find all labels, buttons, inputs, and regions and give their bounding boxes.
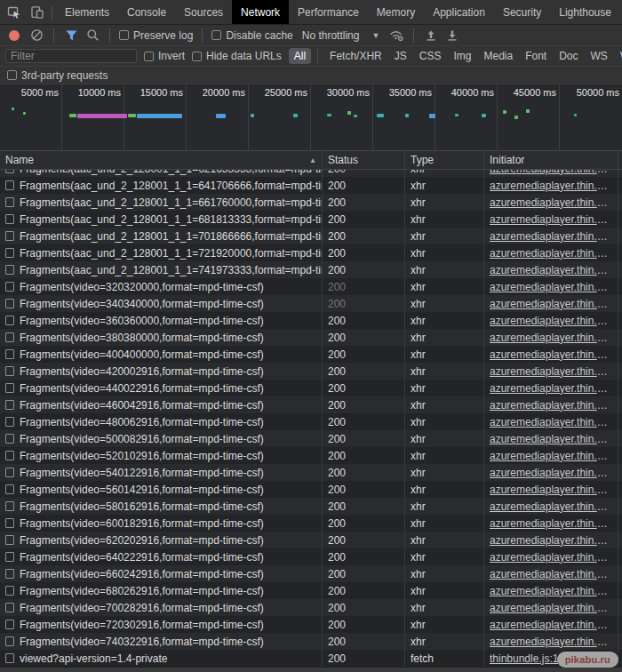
name-cell[interactable]: Fragments(video=420002916,format=mpd-tim… [0,363,323,380]
name-cell[interactable]: Fragments(aac_und_2_128001_1_1=741973333… [0,261,323,278]
search-icon[interactable] [84,28,100,44]
table-row[interactable]: Fragments(video=620202916,format=mpd-tim… [0,532,622,548]
name-cell[interactable]: Fragments(video=660242916,format=mpd-tim… [0,565,323,582]
table-row[interactable]: Fragments(video=720302916,format=mpd-tim… [0,616,622,633]
table-row[interactable]: Fragments(video=480062916,format=mpd-tim… [0,413,622,430]
table-row[interactable]: Fragments(video=320320000,format=mpd-tim… [0,278,622,295]
clear-icon[interactable] [28,28,44,44]
initiator-link[interactable]: azuremediaplayer.thin.min.j… [490,348,612,361]
column-header-initiator[interactable]: Initiator [484,151,618,169]
tab-elements[interactable]: Elements [56,0,118,25]
column-header-name[interactable]: Name ▲ [0,151,323,169]
filter-chip-font[interactable]: Font [520,48,552,64]
initiator-link[interactable]: azuremediaplayer.thin.min.j… [490,230,612,243]
filter-chip-all[interactable]: All [289,48,311,64]
name-cell[interactable]: Fragments(video=340340000,format=mpd-tim… [0,295,323,312]
table-row[interactable]: Fragments(video=600182916,format=mpd-tim… [0,515,622,532]
table-row[interactable]: Fragments(video=660242916,format=mpd-tim… [0,565,622,582]
table-row[interactable]: Fragments(aac_und_2_128001_1_1=741973333… [0,261,622,278]
filter-icon[interactable] [63,28,79,44]
filter-chip-fetch-xhr[interactable]: Fetch/XHR [324,48,387,64]
initiator-link[interactable]: azuremediaplayer.thin.min.j… [490,332,612,344]
name-cell[interactable]: Fragments(video=360360000,format=mpd-tim… [0,312,323,329]
network-overview-timeline[interactable]: 5000 ms10000 ms15000 ms20000 ms25000 ms3… [0,84,622,151]
column-header-status[interactable]: Status [323,151,405,169]
initiator-link[interactable]: azuremediaplayer.thin.min.j… [490,315,612,327]
tab-performance[interactable]: Performance [289,0,368,25]
name-cell[interactable]: Fragments(aac_und_2_128001_1_1=701866666… [0,228,323,244]
name-cell[interactable]: Fragments(aac_und_2_128001_1_1=661760000… [0,194,323,211]
table-row[interactable]: Fragments(video=540122916,format=mpd-tim… [0,464,622,481]
initiator-link[interactable]: azuremediaplayer.thin.min.j… [490,568,612,580]
filter-chip-media[interactable]: Media [478,48,518,64]
name-cell[interactable]: Fragments(video=380380000,format=mpd-tim… [0,329,323,346]
name-cell[interactable]: Fragments(video=740322916,format=mpd-tim… [0,633,323,650]
table-row[interactable]: Fragments(video=500082916,format=mpd-tim… [0,430,622,447]
export-har-icon[interactable] [444,28,460,44]
initiator-link[interactable]: azuremediaplayer.thin.min.j… [490,585,612,597]
table-row[interactable]: Fragments(video=460042916,format=mpd-tim… [0,396,622,413]
initiator-link[interactable]: azuremediaplayer.thin.min.j… [490,517,612,530]
name-cell[interactable]: Fragments(video=680262916,format=mpd-tim… [0,582,323,599]
table-row[interactable]: Fragments(aac_und_2_128001_1_1=621653333… [0,170,622,177]
initiator-link[interactable]: azuremediaplayer.thin.min.j… [490,399,612,412]
hide-data-urls-checkbox[interactable]: Hide data URLs [192,50,282,62]
filter-chip-img[interactable]: Img [448,48,476,64]
table-row[interactable]: Fragments(video=520102916,format=mpd-tim… [0,447,622,464]
filter-chip-ws[interactable]: WS [586,48,613,64]
name-cell[interactable]: Fragments(aac_und_2_128001_1_1=621653333… [0,170,323,177]
initiator-link[interactable]: azuremediaplayer.thin.min.j… [490,247,612,260]
checkbox[interactable] [192,52,202,61]
initiator-link[interactable]: azuremediaplayer.thin.min.j… [490,636,612,648]
record-button[interactable] [9,30,20,41]
checkbox[interactable] [119,30,129,40]
table-row[interactable]: Fragments(aac_und_2_128001_1_1=701866666… [0,228,622,244]
tab-memory[interactable]: Memory [368,0,424,25]
name-cell[interactable]: Fragments(video=620202916,format=mpd-tim… [0,532,323,548]
filter-chip-doc[interactable]: Doc [554,48,583,64]
initiator-link[interactable]: azuremediaplayer.thin.min.j… [490,534,612,547]
table-row[interactable]: Fragments(video=580162916,format=mpd-tim… [0,498,622,515]
name-cell[interactable]: Fragments(video=580162916,format=mpd-tim… [0,498,323,515]
filter-chip-wasm[interactable]: Wasm [615,48,622,64]
initiator-link[interactable]: thinbundle.js:1 [490,652,558,665]
table-row[interactable]: Fragments(video=560142916,format=mpd-tim… [0,481,622,498]
name-cell[interactable]: Fragments(video=480062916,format=mpd-tim… [0,413,323,430]
table-row[interactable]: Fragments(aac_und_2_128001_1_1=641706666… [0,177,622,194]
tab-sources[interactable]: Sources [175,0,232,25]
initiator-link[interactable]: azuremediaplayer.thin.min.j… [490,365,612,378]
initiator-link[interactable]: azuremediaplayer.thin.min.j… [490,551,612,564]
name-cell[interactable]: Fragments(video=460042916,format=mpd-tim… [0,396,323,413]
name-cell[interactable]: Fragments(video=540122916,format=mpd-tim… [0,464,323,481]
name-cell[interactable]: Fragments(video=400400000,format=mpd-tim… [0,346,323,363]
initiator-link[interactable]: azuremediaplayer.thin.min.j… [490,433,612,445]
table-row[interactable]: viewed?api-version=1.4-private200fetchth… [0,650,622,667]
checkbox[interactable] [7,70,17,80]
initiator-link[interactable]: azuremediaplayer.thin.min.j… [490,484,612,496]
device-toolbar-icon[interactable] [30,5,44,20]
checkbox[interactable] [144,52,154,61]
table-row[interactable]: Fragments(video=640222916,format=mpd-tim… [0,548,622,565]
tab-console[interactable]: Console [118,0,175,25]
name-cell[interactable]: Fragments(video=560142916,format=mpd-tim… [0,481,323,498]
table-row[interactable]: Fragments(video=380380000,format=mpd-tim… [0,329,622,346]
name-cell[interactable]: Fragments(video=640222916,format=mpd-tim… [0,548,323,565]
table-row[interactable]: Fragments(video=420002916,format=mpd-tim… [0,363,622,380]
checkbox[interactable] [211,30,221,40]
name-cell[interactable]: Fragments(video=600182916,format=mpd-tim… [0,515,323,532]
import-har-icon[interactable] [423,28,439,44]
initiator-link[interactable]: azuremediaplayer.thin.min.j… [490,281,612,293]
table-row[interactable]: Fragments(aac_und_2_128001_1_1=721920000… [0,244,622,261]
tab-security[interactable]: Security [494,0,550,25]
disable-cache-checkbox[interactable]: Disable cache [211,29,292,42]
preserve-log-checkbox[interactable]: Preserve log [119,29,193,42]
initiator-link[interactable]: azuremediaplayer.thin.min.j… [490,382,612,395]
column-header-type[interactable]: Type [405,151,484,169]
initiator-link[interactable]: azuremediaplayer.thin.min.j… [490,213,612,226]
table-row[interactable]: Fragments(aac_und_2_128001_1_1=661760000… [0,194,622,211]
name-cell[interactable]: Fragments(video=500082916,format=mpd-tim… [0,430,323,447]
initiator-link[interactable]: azuremediaplayer.thin.min.j… [490,416,612,428]
filter-input[interactable] [5,49,137,63]
name-cell[interactable]: Fragments(video=720302916,format=mpd-tim… [0,616,323,633]
initiator-link[interactable]: azuremediaplayer.thin.min.j… [490,619,612,631]
